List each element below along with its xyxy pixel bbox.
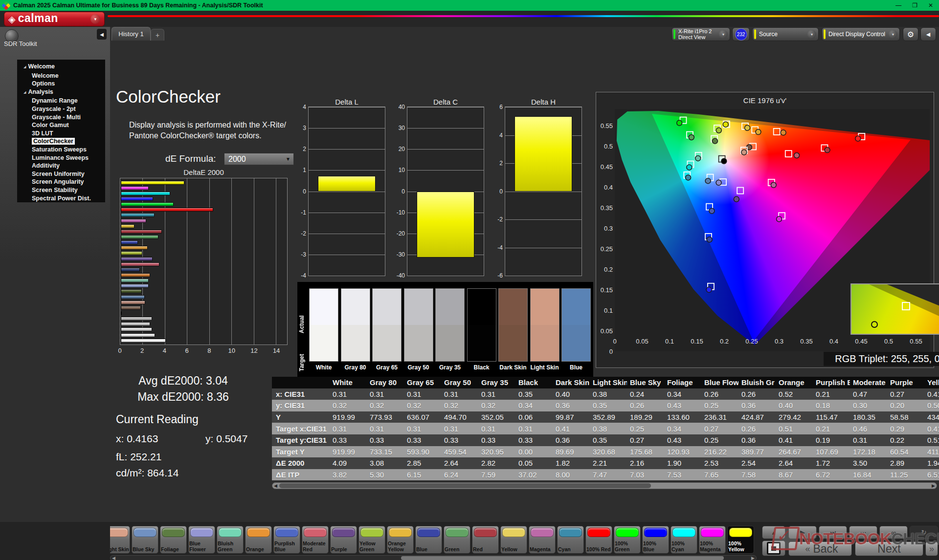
cie-y-tick-label: 0.35 (596, 204, 613, 211)
swatch-name: Gray 65 (372, 364, 402, 371)
table-cell: 0.26 (627, 401, 664, 409)
table-cell: 0.35 (590, 401, 627, 409)
sidebar-item-saturation-sweeps[interactable]: Saturation Sweeps (17, 146, 105, 154)
source-dropdown-icon[interactable]: ▼ (807, 30, 816, 39)
sidebar-item-screen-angularity[interactable]: Screen Angularity (17, 178, 105, 186)
chevron-up-icon: ▲ (771, 530, 777, 536)
transport-step-button[interactable]: ⏭ (819, 526, 847, 539)
sidebar-item-spectral-power-dist-[interactable]: Spectral Power Dist. (17, 194, 105, 203)
sidebar-item-analysis[interactable]: ◢Analysis (17, 88, 105, 97)
patch-strip-scrollbar[interactable]: ◀ ▶ (110, 555, 757, 560)
transport-play-button[interactable]: ▶ (788, 526, 817, 539)
patch-label: Red (473, 547, 498, 553)
patch-button-light-skin[interactable]: Light Skin (110, 526, 130, 554)
table-cell: 133.60 (664, 413, 701, 421)
sidebar-item-screen-stability[interactable]: Screen Stability (17, 186, 105, 194)
cie-measured-moderate-red (794, 152, 800, 158)
calman-menu-dropdown-icon[interactable]: ▼ (90, 14, 100, 24)
patch-button-red[interactable]: Red (472, 526, 499, 554)
sidebar-collapse-button[interactable]: ◀ (97, 29, 107, 40)
tree-caret-icon[interactable]: ◢ (23, 88, 26, 97)
patch-button-100-green[interactable]: 100% Green (614, 526, 641, 554)
sidebar-item-label: Welcome (32, 72, 59, 79)
transport-refresh-button[interactable]: ↻ (910, 526, 938, 539)
patch-button-blue[interactable]: Blue (415, 526, 442, 554)
tab-history-1[interactable]: History 1 (112, 27, 151, 41)
patch-button-moderate-red[interactable]: Moderate Red (302, 526, 329, 554)
transport-loop-button[interactable]: ∞ (879, 526, 908, 539)
transport-list-button[interactable]: ⋯ (849, 526, 877, 539)
scroll-right-icon[interactable]: ▶ (930, 483, 937, 489)
sidebar-item-color-gamut[interactable]: Color Gamut (17, 121, 105, 129)
patch-button-blue-sky[interactable]: Blue Sky (132, 526, 158, 554)
panel-collapse-button[interactable]: ◀ (920, 27, 936, 41)
table-cell: 0.33 (330, 436, 367, 444)
display-control-dropdown-icon[interactable]: ▼ (889, 30, 897, 39)
patch-button-purple[interactable]: Purple (330, 526, 357, 554)
close-button[interactable]: ✕ (928, 2, 933, 9)
patch-button-green[interactable]: Green (444, 526, 470, 554)
meter-dropdown[interactable]: X-Rite i1Pro 2 Direct View ▼ (671, 27, 730, 41)
pattern-up-button[interactable]: ▲ (762, 526, 785, 539)
next-skip-button[interactable]: » (925, 541, 938, 556)
calman-menu-button[interactable]: ◈ calman ▼ (4, 12, 105, 26)
meter-dropdown-icon[interactable]: ▼ (719, 30, 728, 39)
sidebar-item-luminance-sweeps[interactable]: Luminance Sweeps (17, 154, 105, 162)
patch-button-magenta[interactable]: Magenta (529, 526, 556, 554)
swatch-dark-skin (498, 288, 528, 362)
sidebar-item-colorchecker[interactable]: ColorChecker (17, 137, 105, 146)
patch-button-foliage[interactable]: Foliage (160, 526, 187, 554)
next-button[interactable]: Next (855, 541, 923, 556)
patch-scrollbar-thumb[interactable] (401, 556, 724, 560)
table-cell: 0.43 (664, 436, 701, 444)
de-formula-select[interactable]: 2000 ▼ (224, 153, 294, 165)
table-cell: 175.68 (627, 448, 664, 456)
back-button[interactable]: « Back (788, 541, 852, 556)
maximize-button[interactable]: ❐ (912, 2, 917, 9)
sidebar-item-options[interactable]: Options (17, 80, 105, 88)
settings-button[interactable]: ⚙ (903, 27, 918, 41)
patch-button-orange[interactable]: Orange (245, 526, 272, 554)
sidebar-item-welcome[interactable]: ◢Welcome (17, 63, 105, 72)
sidebar-item-screen-uniformity[interactable]: Screen Uniformity (17, 170, 105, 178)
patch-color-chip (502, 528, 525, 537)
table-cell: 0.33 (441, 436, 478, 444)
table-cell: 6.72 (813, 471, 850, 479)
cie-measured-yellow-green (716, 128, 721, 133)
tree-caret-icon[interactable]: ◢ (23, 63, 26, 71)
scroll-right-icon[interactable]: ▶ (750, 556, 756, 560)
patch-button-100-blue[interactable]: 100% Blue (642, 526, 669, 554)
source-dropdown[interactable]: Source ▼ (752, 27, 819, 41)
sidebar-item-additivity[interactable]: Additivity (17, 162, 105, 170)
minimize-button[interactable]: — (895, 2, 901, 9)
patch-button-blue-flower[interactable]: Blue Flower (188, 526, 215, 554)
patch-button-100-cyan[interactable]: 100% Cyan (671, 526, 697, 554)
pattern-window-button[interactable] (762, 540, 785, 556)
patch-button-100-red[interactable]: 100% Red (585, 526, 612, 554)
patch-button-100-magenta[interactable]: 100% Magenta (699, 526, 726, 554)
patch-button-orange-yellow[interactable]: Orange Yellow (387, 526, 414, 554)
sidebar-item-grayscale-2pt[interactable]: Grayscale - 2pt (17, 105, 105, 113)
patch-button-yellow[interactable]: Yellow (500, 526, 527, 554)
sidebar-item-grayscale-multi[interactable]: Grayscale - Multi (17, 113, 105, 122)
patch-button-yellow-green[interactable]: Yellow Green (358, 526, 385, 554)
display-control-dropdown[interactable]: Direct Display Control ▼ (822, 27, 900, 41)
scroll-left-icon[interactable]: ◀ (111, 556, 117, 560)
patch-button-bluish-green[interactable]: Bluish Green (217, 526, 244, 554)
table-scrollbar-thumb[interactable] (279, 483, 651, 488)
sidebar-item-3d-lut[interactable]: 3D LUT (17, 129, 105, 138)
patch-button-purplish-blue[interactable]: Purplish Blue (273, 526, 300, 554)
table-scrollbar[interactable]: ◀ ▶ (272, 482, 937, 489)
meter-count-button[interactable]: 232 (732, 27, 750, 41)
cie-measured-red (825, 148, 830, 153)
patch-button-100-yellow[interactable]: 100% Yellow (727, 526, 754, 554)
add-tab-button[interactable]: + (151, 29, 164, 41)
sidebar-item-dynamic-range[interactable]: Dynamic Range (17, 97, 105, 105)
scroll-left-icon[interactable]: ◀ (272, 483, 279, 489)
patch-button-cyan[interactable]: Cyan (557, 526, 584, 554)
cie-y-tick-label: 0.3 (596, 224, 613, 232)
deltae-bar-blue-sky (121, 295, 145, 299)
table-cell: 0.32 (441, 401, 478, 409)
sidebar-item-welcome[interactable]: Welcome (17, 72, 105, 80)
patch-color-chip (672, 528, 695, 537)
